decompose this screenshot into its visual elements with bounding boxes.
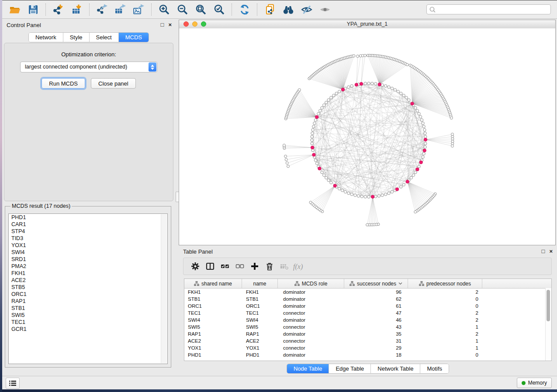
table-row[interactable]: SWI5SWI5connector431 <box>184 323 551 330</box>
graph-hub-node[interactable] <box>406 180 409 183</box>
show-columns-button[interactable] <box>203 261 218 272</box>
graph-node[interactable] <box>424 142 427 145</box>
graph-node[interactable] <box>371 82 374 85</box>
tab-network[interactable]: Network <box>29 33 63 42</box>
graph-node[interactable] <box>325 101 328 104</box>
graph-leaf-node[interactable] <box>364 54 367 57</box>
mcds-result-item[interactable]: STB5 <box>9 284 167 291</box>
graph-node[interactable] <box>347 86 350 88</box>
mcds-result-item[interactable]: SWI4 <box>9 249 167 256</box>
graph-node[interactable] <box>350 193 353 196</box>
graph-node[interactable] <box>422 122 424 124</box>
tab-node-table[interactable]: Node Table <box>287 364 329 373</box>
graph-node[interactable] <box>420 119 423 121</box>
close-table-panel-icon[interactable]: × <box>549 248 553 255</box>
graph-node[interactable] <box>323 174 325 176</box>
graph-node[interactable] <box>341 189 343 192</box>
graph-hub-node[interactable] <box>360 82 363 85</box>
graph-node[interactable] <box>317 112 320 115</box>
graph-node[interactable] <box>423 128 426 131</box>
graph-node[interactable] <box>416 110 419 112</box>
graph-node[interactable] <box>314 159 317 162</box>
column-header-MCDS-role[interactable]: MCDS role <box>278 279 344 288</box>
show-panels-button[interactable] <box>6 378 20 389</box>
graph-node[interactable] <box>354 194 356 196</box>
graph-node[interactable] <box>408 99 410 101</box>
graph-leaf-node[interactable] <box>451 144 454 147</box>
graph-node[interactable] <box>418 112 420 115</box>
graph-hub-node[interactable] <box>423 149 426 152</box>
graph-node[interactable] <box>414 171 417 174</box>
graph-node[interactable] <box>402 94 405 97</box>
graph-hub-node[interactable] <box>378 83 381 86</box>
network-view-titlebar[interactable]: YPA_prune.txt_1 <box>179 20 555 29</box>
zoom-fit-button[interactable] <box>194 3 208 16</box>
graph-node[interactable] <box>311 149 314 151</box>
graph-hub-node[interactable] <box>419 161 422 164</box>
graph-node[interactable] <box>414 107 417 109</box>
tab-motifs[interactable]: Motifs <box>420 364 449 373</box>
graph-node[interactable] <box>402 183 405 186</box>
result-list-scrollbar[interactable] <box>161 214 167 363</box>
add-row-button[interactable] <box>247 261 262 272</box>
close-window-icon[interactable] <box>183 21 189 27</box>
mcds-result-item[interactable]: FKH1 <box>9 270 167 277</box>
graph-leaf-node[interactable] <box>414 210 417 213</box>
graph-node[interactable] <box>360 195 363 198</box>
graph-node[interactable] <box>422 156 424 158</box>
graph-node[interactable] <box>418 165 420 168</box>
zoom-selected-button[interactable] <box>213 3 226 16</box>
graph-node[interactable] <box>327 179 330 182</box>
function-builder-button[interactable]: f(x) <box>292 261 307 272</box>
table-row[interactable]: FKH1FKH1dominator962 <box>184 289 551 296</box>
mcds-result-item[interactable]: ACE2 <box>9 277 167 284</box>
graph-node[interactable] <box>315 162 318 165</box>
maximize-window-icon[interactable] <box>201 21 206 27</box>
graph-node[interactable] <box>387 86 390 88</box>
graph-hub-node[interactable] <box>315 115 318 118</box>
graph-node[interactable] <box>312 125 315 128</box>
table-scrollbar-thumb[interactable] <box>547 290 550 321</box>
table-row[interactable]: ACE2ACE2connector311 <box>184 337 551 344</box>
graph-leaf-node[interactable] <box>353 55 355 57</box>
apply-layout-button[interactable] <box>238 3 251 16</box>
mcds-result-list[interactable]: PHD1CAR1STP4TID3YOX1SWI4SRD1PMA2FKH1ACE2… <box>8 213 168 364</box>
graph-node[interactable] <box>347 192 350 194</box>
column-header-successor-nodes[interactable]: successor nodes <box>344 279 408 288</box>
graph-hub-node[interactable] <box>411 102 414 105</box>
graph-node[interactable] <box>311 135 313 138</box>
graph-node[interactable] <box>367 196 370 198</box>
graph-leaf-node[interactable] <box>285 158 287 161</box>
tab-mcds[interactable]: MCDS <box>119 33 149 42</box>
graph-node[interactable] <box>412 174 415 176</box>
network-graph[interactable] <box>179 28 555 245</box>
mcds-result-item[interactable]: CAR1 <box>9 221 167 228</box>
graph-node[interactable] <box>335 92 338 95</box>
mcds-result-item[interactable]: TID3 <box>9 235 167 242</box>
graph-leaf-node[interactable] <box>286 162 288 164</box>
graph-node[interactable] <box>332 94 335 97</box>
mcds-result-item[interactable]: STP4 <box>9 228 167 235</box>
graph-node[interactable] <box>311 139 313 141</box>
graph-node[interactable] <box>374 195 377 198</box>
table-options-button[interactable] <box>188 261 203 272</box>
graph-node[interactable] <box>325 176 328 179</box>
delete-rows-button[interactable] <box>262 261 277 272</box>
graph-hub-node[interactable] <box>341 88 344 91</box>
column-header-predecessor-nodes[interactable]: predecessor nodes <box>408 279 482 288</box>
graph-leaf-node[interactable] <box>283 144 285 147</box>
graph-leaf-node[interactable] <box>450 117 453 119</box>
graph-node[interactable] <box>424 132 426 134</box>
graph-node[interactable] <box>410 176 412 179</box>
graph-node[interactable] <box>419 115 422 118</box>
unselect-all-rows-button[interactable] <box>232 261 247 272</box>
graph-node[interactable] <box>321 107 323 109</box>
column-header-name[interactable]: name <box>242 279 278 288</box>
mcds-result-item[interactable]: STB1 <box>9 305 167 312</box>
graph-node[interactable] <box>330 181 332 184</box>
delete-columns-button[interactable] <box>277 261 292 272</box>
run-mcds-button[interactable]: Run MCDS <box>42 78 85 89</box>
graph-node[interactable] <box>311 142 313 145</box>
graph-hub-node[interactable] <box>371 195 374 198</box>
tab-select[interactable]: Select <box>90 33 119 42</box>
